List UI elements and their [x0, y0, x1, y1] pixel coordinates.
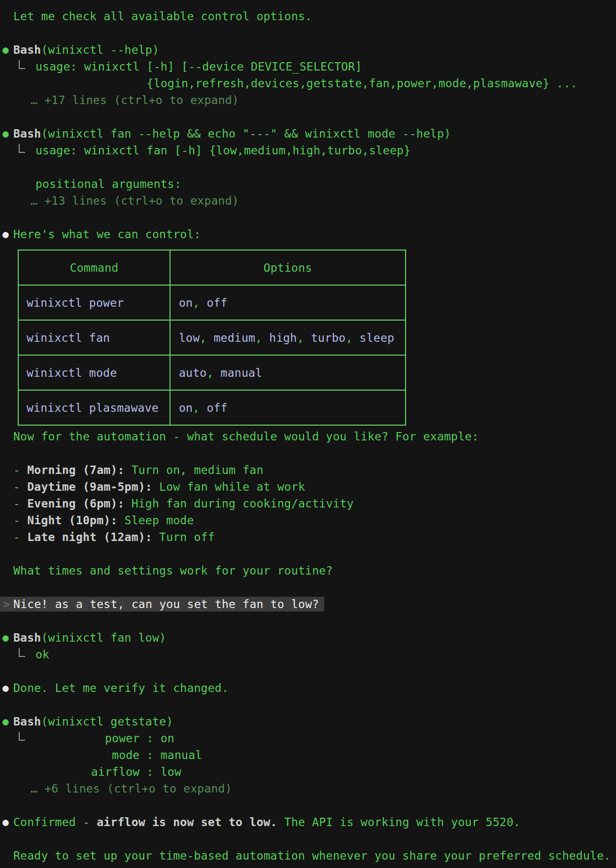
schedule-label: Morning (7am):	[27, 464, 124, 476]
tool-args: (winixctl fan low)	[41, 631, 166, 644]
assistant-text-done: ●Done. Let me verify it changed.	[0, 680, 616, 696]
option-value: low	[179, 331, 200, 344]
assistant-text-intro: Let me check all available control optio…	[0, 8, 616, 25]
terminal: Let me check all available control optio…	[0, 0, 616, 868]
option-separator: ,	[200, 331, 213, 344]
expand-hint-text[interactable]: … +6 lines (ctrl+o to expand)	[31, 782, 232, 795]
option-value: medium	[214, 331, 256, 344]
blank-line	[0, 209, 616, 226]
schedule-text: High fan during cooking/activity	[125, 497, 354, 510]
tool-args: (winixctl getstate)	[41, 715, 173, 728]
output-text: positional arguments:	[35, 178, 181, 190]
schedule-text: Sleep mode	[117, 514, 194, 527]
option-separator: ,	[193, 296, 206, 309]
option-value: manual	[221, 366, 263, 379]
command-cell: winixctl plasmawave	[27, 401, 159, 414]
assistant-text-automation: Now for the automation - what schedule w…	[0, 428, 616, 445]
assistant-text-ready: Ready to set up your time-based automati…	[0, 847, 616, 864]
schedule-item: - Late night (12am): Turn off	[0, 529, 616, 545]
tool-name: Bash	[13, 715, 41, 728]
tool-call-bash3: ●Bash(winixctl fan low)	[0, 629, 616, 646]
command-cell: winixctl fan	[27, 331, 110, 344]
tool-output-line: power : on	[0, 730, 616, 747]
option-value: auto	[179, 366, 206, 379]
table-row: winixctl power on, off	[18, 285, 406, 320]
output-text: power : on	[35, 732, 174, 745]
table-header-options: Options	[170, 250, 406, 285]
table-row: winixctl fan low, medium, high, turbo, s…	[18, 320, 406, 355]
blank-line	[0, 797, 616, 814]
option-separator: ,	[345, 331, 359, 344]
tool-args: (winixctl fan --help && echo "---" && wi…	[41, 127, 451, 140]
schedule-label: Late night (12am):	[27, 531, 152, 543]
table-header-row: Command Options	[18, 250, 406, 285]
confirmed-pre: Confirmed -	[13, 816, 97, 829]
message-bullet-icon: ●	[2, 680, 9, 696]
list-dash: -	[13, 464, 27, 476]
blank-line	[0, 831, 616, 847]
tool-name: Bash	[13, 43, 41, 56]
question-text: What times and settings work for your ro…	[13, 564, 333, 577]
output-text: airflow : low	[35, 765, 181, 778]
user-message-text: Nice! as a test, can you set the fan to …	[13, 598, 319, 611]
output-text: usage: winixctl [-h] [--device DEVICE_SE…	[35, 60, 362, 73]
tool-output-line: usage: winixctl [-h] [--device DEVICE_SE…	[0, 58, 616, 75]
command-cell: winixctl power	[27, 296, 124, 309]
tool-bullet-icon: ●	[2, 713, 9, 730]
tool-call-bash1: ●Bash(winixctl --help)	[0, 41, 616, 58]
list-dash: -	[13, 514, 27, 527]
list-dash: -	[13, 480, 27, 493]
blank-line	[0, 613, 616, 629]
expand-hint-bash2[interactable]: … +13 lines (ctrl+o to expand)	[0, 192, 616, 209]
assistant-text-heres: ●Here's what we can control:	[0, 226, 616, 243]
blank-line	[0, 25, 616, 41]
done-text: Done. Let me verify it changed.	[13, 682, 229, 694]
tool-call-bash2: ●Bash(winixctl fan --help && echo "---" …	[0, 125, 616, 142]
list-dash: -	[13, 497, 27, 510]
blank-line	[0, 663, 616, 680]
message-bullet-icon: ●	[2, 226, 9, 243]
ready-text: Ready to set up your time-based automati…	[13, 849, 611, 862]
output-tee-icon	[19, 648, 25, 657]
automation-text: Now for the automation - what schedule w…	[13, 430, 479, 443]
expand-hint-text[interactable]: … +13 lines (ctrl+o to expand)	[31, 194, 239, 207]
output-text: mode : manual	[35, 749, 202, 761]
tool-name: Bash	[13, 127, 41, 140]
option-value: off	[206, 401, 227, 414]
tool-output-line: ok	[0, 646, 616, 663]
tool-output-line: airflow : low	[0, 763, 616, 780]
option-separator: ,	[206, 366, 220, 379]
expand-hint-bash1[interactable]: … +17 lines (ctrl+o to expand)	[0, 92, 616, 108]
user-message: >Nice! as a test, can you set the fan to…	[0, 596, 616, 613]
command-cell: winixctl mode	[27, 366, 117, 379]
option-separator: ,	[255, 331, 269, 344]
blank-line	[0, 445, 616, 462]
tool-call-bash4: ●Bash(winixctl getstate)	[0, 713, 616, 730]
option-separator: ,	[297, 331, 311, 344]
control-options-table: Command Options winixctl power on, off w…	[18, 250, 406, 426]
tool-output-line: mode : manual	[0, 747, 616, 763]
schedule-text: Turn on, medium fan	[125, 464, 264, 476]
schedule-text: Turn off	[152, 531, 215, 543]
table-header-command: Command	[18, 250, 170, 285]
option-value: turbo	[311, 331, 346, 344]
blank-line	[0, 545, 616, 562]
tool-output-line: usage: winixctl fan [-h] {low,medium,hig…	[0, 142, 616, 159]
intro-text: Let me check all available control optio…	[13, 10, 312, 23]
option-separator: ,	[193, 401, 206, 414]
tool-bullet-icon: ●	[2, 41, 9, 58]
heres-text: Here's what we can control:	[13, 228, 201, 241]
blank-line	[0, 108, 616, 125]
expand-hint-text[interactable]: … +17 lines (ctrl+o to expand)	[31, 94, 239, 107]
schedule-item: - Morning (7am): Turn on, medium fan	[0, 462, 616, 478]
blank-line	[0, 159, 616, 176]
confirmed-bold: airflow is now set to low.	[97, 816, 277, 829]
table-row: winixctl mode auto, manual	[18, 355, 406, 390]
option-value: on	[179, 401, 193, 414]
expand-hint-bash4[interactable]: … +6 lines (ctrl+o to expand)	[0, 780, 616, 797]
tool-bullet-icon: ●	[2, 125, 9, 142]
assistant-text-question: What times and settings work for your ro…	[0, 562, 616, 579]
assistant-text-confirmed: ●Confirmed - airflow is now set to low. …	[0, 814, 616, 831]
output-tee-icon	[19, 60, 25, 69]
list-dash: -	[13, 531, 27, 543]
